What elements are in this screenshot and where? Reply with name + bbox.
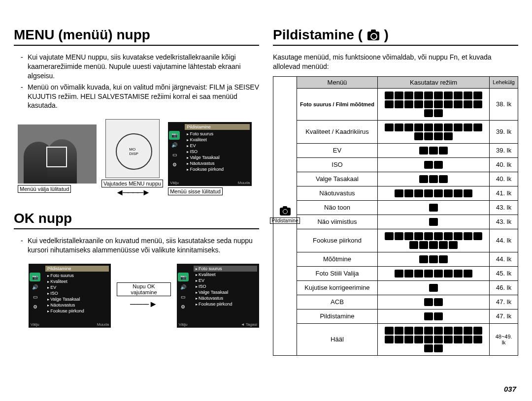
mode-icon <box>434 312 443 320</box>
page-cell: 43. lk <box>490 215 518 229</box>
menu-screenshot-on: 📷 🔊 ▭ ⚙ Pildistamine Foto suurus Kvalite… <box>168 122 252 186</box>
mode-icon <box>439 255 448 263</box>
mode-icons-cell <box>377 215 489 229</box>
mode-icons-cell <box>377 229 489 252</box>
mode-icon <box>414 100 423 108</box>
mode-icon <box>424 189 433 197</box>
arrow-right-icon: ───► <box>130 299 158 309</box>
mode-icon <box>444 189 453 197</box>
table-row: Näo viimistlus43. lk <box>297 215 518 229</box>
page-number: 037 <box>504 385 516 393</box>
mode-icon <box>419 255 428 263</box>
menu-cell: Näo viimistlus <box>297 215 378 229</box>
sound-icon: 🔊 <box>169 141 180 150</box>
mode-icon <box>414 232 423 240</box>
page-cell: 47. lk <box>490 295 518 309</box>
mode-icon <box>414 270 423 278</box>
ok-button-bullets: Kui vedelkristallekraanile on kuvatud me… <box>14 236 259 255</box>
mode-icon <box>444 92 453 99</box>
menu-cell: Kvaliteet / Kaadrikiirus <box>297 120 378 143</box>
caption-menu-on: Menüü sisse lülitatud <box>168 187 223 195</box>
mode-icon <box>395 336 403 343</box>
menu-cell: Valge Tasakaal <box>297 172 378 186</box>
mode-icon <box>414 189 423 197</box>
mode-icon <box>424 298 433 306</box>
mode-icon <box>395 123 403 131</box>
mode-icon <box>429 204 438 212</box>
page-cell: 38. lk <box>490 88 518 120</box>
mode-icon <box>404 327 413 335</box>
mode-icons-cell <box>377 143 489 157</box>
menu-cell: Näotuvastus <box>297 186 378 200</box>
mode-icon <box>385 123 394 131</box>
mode-icon <box>444 123 453 131</box>
mode-icon <box>414 123 423 131</box>
menu-screenshot-before-ok: 📷🔊▭⚙ Pildistamine Foto suurus Kvaliteet … <box>29 264 111 328</box>
caption-menu-off: Menüü välja lülitatud <box>18 185 71 193</box>
mode-icon <box>434 344 443 352</box>
mode-icons-cell <box>377 252 489 266</box>
table-row: Foto Stiili Valija45. lk <box>297 266 518 280</box>
mode-icon <box>424 344 433 352</box>
press-menu-arrow: MODISP Vajutades MENU nuppu ◄────► <box>101 119 163 198</box>
mode-icons-cell <box>377 295 489 309</box>
mode-icon <box>444 327 453 335</box>
menu-cell: Pildistamine <box>297 309 378 323</box>
menu-illustration-row: Menüü välja lülitatud MODISP Vajutades M… <box>14 119 259 198</box>
mode-icon <box>395 100 403 108</box>
mode-icon <box>404 336 413 343</box>
menu-cell: EV <box>297 143 378 157</box>
th-page: Lehekülg <box>490 76 518 88</box>
page-cell: 43. lk <box>490 200 518 215</box>
mode-icon <box>429 255 438 263</box>
table-row: Hääl48~49. lk <box>297 323 518 355</box>
camera-icon: 📷 <box>169 131 180 140</box>
mode-icon <box>434 92 443 99</box>
mode-icon <box>464 232 472 240</box>
table-row: EV39. lk <box>297 143 518 157</box>
mode-icon <box>424 312 433 320</box>
mode-icon <box>404 189 413 197</box>
mode-icon <box>429 175 438 183</box>
mode-icon <box>454 92 463 99</box>
mode-icons-cell <box>377 200 489 215</box>
mode-icon <box>464 270 472 278</box>
mode-icon <box>414 132 423 140</box>
mode-icon <box>434 100 443 108</box>
mode-icons-cell <box>377 323 489 355</box>
table-row: Valge Tasakaal40. lk <box>297 172 518 186</box>
mode-side-label: Pildistamine <box>270 217 300 224</box>
mode-icon <box>424 232 433 240</box>
mode-icon <box>424 100 433 108</box>
mode-icon <box>429 284 438 292</box>
table-row: Fookuse piirkond44. lk <box>297 229 518 252</box>
mode-icon <box>449 241 458 249</box>
mode-icon <box>434 132 443 140</box>
mode-icon <box>409 241 418 249</box>
camera-controls-diagram: MODISP <box>105 119 160 178</box>
mode-icons-cell <box>377 88 489 120</box>
mode-icons-cell <box>377 157 489 172</box>
camera-menu-on: 📷 🔊 ▭ ⚙ Pildistamine Foto suurus Kvalite… <box>168 122 252 195</box>
mode-icon <box>434 298 443 306</box>
mode-icon <box>404 92 413 99</box>
heading-shooting: Pildistamine ( ) <box>273 27 518 46</box>
mode-column: Pildistamine <box>273 76 297 356</box>
mode-icon <box>429 241 438 249</box>
mode-icons-cell <box>377 266 489 280</box>
ok-illustration-row: 📷🔊▭⚙ Pildistamine Foto suurus Kvaliteet … <box>14 264 259 328</box>
camera-icon <box>367 31 379 40</box>
mode-icon <box>404 270 413 278</box>
mode-icon <box>424 109 433 117</box>
mode-icon <box>414 327 423 335</box>
camera-preview-off: Menüü välja lülitatud <box>18 124 97 193</box>
mode-icon <box>464 100 472 108</box>
shooting-intro: Kasutage menüüd, mis funktsioone võimald… <box>273 53 518 71</box>
mode-icon <box>434 161 443 169</box>
table-row: Kvaliteet / Kaadrikiirus39. lk <box>297 120 518 143</box>
table-row: ACB47. lk <box>297 295 518 309</box>
menu-cell: Näo toon <box>297 200 378 215</box>
page-cell: 39. lk <box>490 143 518 157</box>
mode-icon <box>473 100 482 108</box>
menu-screenshot-after-ok: 📷🔊▭⚙ Foto suurus Kvaliteet EV ISO Valge … <box>177 264 259 328</box>
